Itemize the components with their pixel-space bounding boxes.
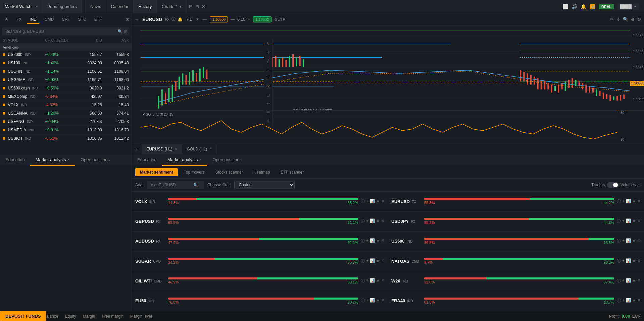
status-margin[interactable]: Margin: [83, 314, 95, 319]
table-row[interactable]: US2000 IND +0.48% 1558.7 1559.3: [0, 51, 132, 59]
sentiment-item[interactable]: USDJPY FX 55.2% 44.8% ⓘ + 📊 ★ ✕: [388, 211, 644, 231]
ma-tab-etf[interactable]: ETF scanner: [276, 168, 308, 176]
sent-close-icon[interactable]: ✕: [381, 199, 385, 204]
tab-history[interactable]: History: [134, 0, 157, 13]
tab-bottom-market-analysis[interactable]: Market analysis ✕: [162, 154, 207, 166]
tab-bottom-education[interactable]: Education: [132, 154, 162, 166]
chart-zoom-out-icon[interactable]: 🔍: [623, 17, 628, 22]
sent-close-icon[interactable]: ✕: [381, 298, 385, 304]
sent-star-icon[interactable]: ★: [632, 278, 636, 284]
sent-chart-icon[interactable]: 📊: [370, 218, 375, 224]
chart-pen-icon[interactable]: ✏: [610, 17, 614, 22]
chart-symbol[interactable]: EURUSD: [142, 17, 162, 22]
sent-close-icon[interactable]: ✕: [637, 238, 641, 244]
chart-cursor-icon[interactable]: ✛: [616, 17, 620, 22]
sent-chart-icon[interactable]: 📊: [626, 278, 631, 284]
sent-add-icon[interactable]: +: [366, 278, 368, 284]
sentiment-item[interactable]: VOLX IND 14.8% 85.2% ⓘ + 📊 ★ ✕: [132, 192, 388, 211]
sentiment-item[interactable]: EURUSD FX 55.8% 44.2% ⓘ + 📊 ★ ✕: [388, 192, 644, 211]
sent-close-icon[interactable]: ✕: [637, 199, 641, 204]
mw-tab-stc[interactable]: STC: [76, 16, 89, 24]
chart-tool-fx[interactable]: f(x): [264, 84, 271, 89]
chart-back-icon[interactable]: ←: [135, 17, 139, 22]
sentiment-item[interactable]: GBPUSD FX 68.9% 31.1% ⓘ + 📊 ★ ✕: [132, 211, 388, 231]
sent-star-icon[interactable]: ★: [632, 258, 636, 264]
sent-add-icon[interactable]: +: [366, 238, 368, 244]
table-row[interactable]: US100 IND +1.40% 8034.90 8035.40: [0, 59, 132, 67]
sent-chart-icon[interactable]: 📊: [626, 238, 631, 244]
mw-email-icon[interactable]: ✉: [126, 17, 130, 22]
tab-pending-orders[interactable]: Pending orders: [43, 0, 82, 13]
sentiment-item[interactable]: NATGAS CMD 9.7% 90.3% ⓘ + 📊 ★ ✕: [388, 251, 644, 271]
market-watch-close[interactable]: ✕: [35, 5, 38, 8]
layout-grid-icon[interactable]: ≡: [638, 182, 641, 188]
tab-news[interactable]: News: [85, 0, 106, 13]
sentiment-item[interactable]: W20 IND 32.6% 67.4% ⓘ + 📊 ★ ✕: [388, 271, 644, 291]
sent-add-icon[interactable]: +: [622, 278, 625, 284]
table-row[interactable]: USCHN IND +1.14% 1106.51 1108.64: [0, 67, 132, 76]
sent-star-icon[interactable]: ★: [632, 238, 636, 244]
sent-add-icon[interactable]: +: [622, 258, 625, 264]
chart-zoom-in-icon[interactable]: ⊕: [631, 17, 635, 22]
chart-tool-fib[interactable]: ⫝: [265, 66, 271, 73]
sent-star-icon[interactable]: ★: [376, 278, 380, 284]
table-row[interactable]: MEXComp IND -0.84% 43507 43584: [0, 92, 132, 101]
table-row[interactable]: US500.cash IND +0.59% 3020.0 3021.2: [0, 84, 132, 92]
table-row[interactable]: USCANNA IND +1.20% 568.53 574.41: [0, 109, 132, 118]
ma-search-input[interactable]: [150, 181, 193, 189]
mw-tab-crt[interactable]: CRT: [59, 16, 72, 24]
chart-timeframe[interactable]: H1: [185, 16, 194, 22]
table-row[interactable]: USBIOT IND -0.51% 1010.35 1012.42: [0, 134, 132, 141]
chart-minimize-icon[interactable]: ⊟: [189, 4, 193, 9]
tab-charts2[interactable]: Charts2 ▼: [157, 0, 187, 13]
table-row[interactable]: USGAME IND +0.93% 1165.71 1168.60: [0, 76, 132, 84]
sent-add-icon[interactable]: +: [366, 298, 368, 304]
mw-tab-etf[interactable]: ETF: [92, 16, 105, 24]
sent-close-icon[interactable]: ✕: [637, 218, 641, 224]
chart-info-icon[interactable]: ⓘ: [171, 16, 176, 22]
sent-info-icon[interactable]: ⓘ: [617, 278, 621, 284]
status-free-margin[interactable]: Free margin: [102, 314, 123, 319]
tab-market-watch[interactable]: Market Watch ✕: [0, 0, 43, 13]
market-analysis-tab-close[interactable]: ✕: [199, 158, 202, 162]
status-equity[interactable]: Equity: [65, 314, 76, 319]
sent-close-icon[interactable]: ✕: [381, 238, 385, 244]
chart-tab-eurusd[interactable]: EURUSD (H1) ✕: [142, 144, 182, 154]
traders-toggle[interactable]: [607, 182, 618, 188]
chart-settings-icon[interactable]: ⚙: [637, 17, 641, 22]
sent-chart-icon[interactable]: 📊: [626, 218, 631, 224]
ma-tab-heatmap[interactable]: Heatmap: [249, 168, 275, 176]
sent-info-icon[interactable]: ⓘ: [361, 258, 365, 264]
chart-timeframe-arrow[interactable]: ▼: [196, 17, 199, 21]
mw-grid-icon[interactable]: ⊞: [124, 29, 128, 34]
sentiment-item[interactable]: FRA40 IND 81.3% 18.7% ⓘ + 📊 ★ ✕: [388, 291, 644, 311]
tab-open-positions[interactable]: Open positions: [75, 154, 115, 166]
sent-info-icon[interactable]: ⓘ: [361, 199, 365, 204]
sent-close-icon[interactable]: ✕: [637, 298, 641, 304]
sent-info-icon[interactable]: ⓘ: [361, 278, 365, 284]
chart-tool-crosshair[interactable]: ✛: [265, 49, 271, 56]
tab-education[interactable]: Education: [0, 154, 30, 166]
sent-add-icon[interactable]: +: [622, 238, 625, 244]
mw-tab-cmd[interactable]: CMD: [42, 16, 56, 24]
chart-close-icon[interactable]: ✕: [202, 4, 205, 9]
status-margin-level[interactable]: Margin level: [130, 314, 152, 319]
chart-tab-eurusd-close[interactable]: ✕: [175, 147, 177, 151]
table-row[interactable]: VOLX IND -4.32% 15.28 15.40: [0, 101, 132, 109]
chart-tool-cursor[interactable]: ↖: [265, 40, 271, 47]
sent-info-icon[interactable]: ⓘ: [361, 238, 365, 244]
sent-star-icon[interactable]: ★: [376, 258, 380, 264]
sentiment-item[interactable]: OIL.WTI CMD 46.9% 53.1% ⓘ + 📊 ★ ✕: [132, 271, 388, 291]
sent-info-icon[interactable]: ⓘ: [361, 218, 365, 224]
sent-chart-icon[interactable]: 📊: [626, 298, 631, 304]
sent-chart-icon[interactable]: 📊: [626, 258, 631, 264]
ma-tab-stocks[interactable]: Stocks scanner: [211, 168, 248, 176]
sent-star-icon[interactable]: ★: [632, 218, 636, 224]
sent-add-icon[interactable]: +: [622, 218, 625, 224]
sent-close-icon[interactable]: ✕: [381, 258, 385, 264]
chart-tab-gold-close[interactable]: ✕: [209, 147, 212, 151]
market-analysis-close[interactable]: ✕: [67, 158, 70, 162]
sent-close-icon[interactable]: ✕: [637, 258, 641, 264]
sent-close-icon[interactable]: ✕: [381, 218, 385, 224]
sent-star-icon[interactable]: ★: [376, 199, 380, 204]
